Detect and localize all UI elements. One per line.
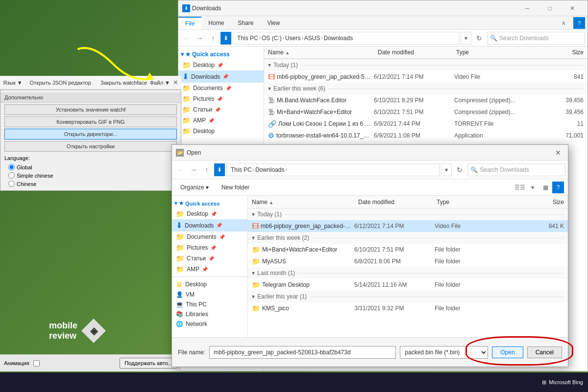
support-btn[interactable]: Поддержать авто... — [120, 358, 177, 369]
btn-install-watchf[interactable]: Установить значения watchf — [4, 104, 177, 115]
tab-view[interactable]: View — [260, 17, 287, 29]
lang-chinese-row[interactable]: Chinese — [0, 180, 181, 188]
help-btn[interactable]: ? — [573, 17, 585, 29]
group-earlier-week[interactable]: ▾ Earlier this week (6) — [264, 83, 588, 94]
dialog-group-earlier-week[interactable]: ▾ Earlier this week (2) — [248, 232, 568, 244]
dialog-sidebar-vm[interactable]: 👤 VM — [172, 290, 247, 300]
forward-btn[interactable]: → — [194, 32, 206, 44]
dialog-path-dropdown[interactable]: ▾ — [441, 163, 452, 176]
view-details-btn[interactable]: ▦ — [539, 182, 551, 193]
path-downloads[interactable]: Downloads — [324, 35, 353, 42]
col-type[interactable]: Type — [456, 49, 544, 56]
dialog-sidebar-stati[interactable]: 📁 Статьи 📌 — [172, 253, 247, 264]
path-dropdown-btn[interactable]: ▾ — [461, 32, 471, 45]
dialog-col-type[interactable]: Type — [437, 199, 525, 206]
dialog-cancel-btn[interactable]: Cancel — [527, 346, 562, 358]
close-watchface-btn[interactable]: Закрыть watchface — [100, 80, 147, 86]
dialog-sidebar-desktop[interactable]: 📁 Desktop 📌 — [172, 208, 247, 219]
lang-chinese-radio[interactable] — [8, 181, 15, 187]
group-today[interactable]: ▾ Today (1) — [264, 59, 588, 71]
tab-file[interactable]: File — [178, 17, 201, 29]
sidebar-item-amp[interactable]: 📁 AMP 📌 — [178, 115, 264, 126]
view-dropdown-btn[interactable]: ▾ — [527, 182, 539, 193]
table-row[interactable]: 📁 Mi+Band+WatchFace+Editor 6/10/2021 7:5… — [248, 244, 568, 255]
table-row[interactable]: 🎞 mb6-pipboy_green_jap_packed-520813-bba… — [264, 71, 588, 83]
dialog-sidebar-amp[interactable]: 📁 AMP 📌 — [172, 264, 247, 275]
dialog-col-size[interactable]: Size — [525, 199, 564, 206]
col-date[interactable]: Date modified — [378, 49, 456, 56]
sidebar-item-documents[interactable]: 📁 Documents 📌 — [178, 83, 264, 93]
dialog-up-btn[interactable]: ↑ — [201, 164, 213, 176]
anim-checkbox[interactable] — [33, 360, 40, 367]
lang-menu[interactable]: Язык ▼ — [3, 80, 23, 86]
dialog-refresh-btn[interactable]: ↻ — [453, 163, 466, 176]
file-menu[interactable]: Файл ▼ — [150, 80, 170, 86]
dialog-sidebar-documents[interactable]: 📁 Documents 📌 — [172, 231, 247, 242]
refresh-btn[interactable]: ↻ — [473, 32, 486, 45]
new-folder-btn[interactable]: New folder — [217, 182, 254, 193]
table-row[interactable]: ⚙ torbrowser-install-win64-10.0.17_en-US… — [264, 130, 588, 141]
path-osc[interactable]: OS (C:) — [262, 35, 282, 42]
dialog-sidebar-thispc[interactable]: 💻 This PC — [172, 300, 247, 309]
path-asus[interactable]: ASUS — [304, 35, 320, 42]
address-path[interactable]: This PC › OS (C:) › Users › ASUS › Downl… — [233, 32, 459, 45]
dialog-open-btn[interactable]: Open — [492, 346, 523, 358]
sidebar-item-desktop2[interactable]: 📁 Desktop — [178, 126, 264, 137]
maximize-btn[interactable]: □ — [539, 0, 561, 16]
lang-global-row[interactable]: Global — [0, 163, 181, 171]
sidebar-item-desktop[interactable]: 📁 Desktop 📌 — [178, 60, 264, 70]
sidebar-item-stati[interactable]: 📁 Статьи 📌 — [178, 104, 264, 115]
dialog-col-name[interactable]: Name ▲ — [252, 199, 358, 206]
dialog-group-last-month[interactable]: ▾ Last month (1) — [248, 267, 568, 279]
organize-btn[interactable]: Organize ▾ — [176, 182, 213, 193]
view-list-btn[interactable]: ☰☰ — [514, 182, 526, 193]
dialog-group-earlier-year[interactable]: ▾ Earlier this year (1) — [248, 291, 568, 302]
table-row[interactable]: 🎞 mb6-pipboy_green_jap_packed-520813-bba… — [248, 220, 568, 232]
dialog-col-date[interactable]: Date modified — [358, 199, 437, 206]
filetype-select[interactable]: packed bin file (*.bin) — [400, 346, 488, 359]
sidebar-item-downloads[interactable]: ⬇ Downloads 📌 — [178, 70, 264, 83]
table-row[interactable]: 📁 Telegram Desktop 5/14/2021 11:16 AM Fi… — [248, 279, 568, 291]
lang-simple-chinese-row[interactable]: Simple chinese — [0, 171, 181, 180]
dialog-address-path[interactable]: This PC › Downloads › — [226, 163, 440, 176]
dialog-dl-icon[interactable]: ⬇ — [214, 163, 225, 176]
col-size[interactable]: Size — [544, 49, 584, 56]
minimize-btn[interactable]: ─ — [516, 0, 539, 16]
close-btn[interactable]: ✕ — [561, 0, 584, 16]
table-row[interactable]: 📁 MyASUS 6/8/2021 8:06 PM File folder — [248, 255, 568, 267]
ribbon-expand-btn[interactable]: ∧ — [556, 18, 571, 28]
dialog-group-today[interactable]: ▾ Today (1) — [248, 208, 568, 220]
path-thispc[interactable]: This PC — [237, 35, 258, 42]
dialog-back-btn[interactable]: ← — [174, 164, 186, 176]
table-row[interactable]: 🗜 Mi.Band.WatchFace.Editor 6/10/2021 8:2… — [264, 94, 588, 106]
dialog-quick-access[interactable]: ▾ ★ Quick access — [172, 198, 247, 208]
btn-open-dir[interactable]: Открыть директори... — [4, 129, 177, 139]
dialog-path-downloads[interactable]: Downloads — [255, 166, 284, 173]
up-btn[interactable]: ↑ — [207, 32, 219, 44]
btn-open-settings[interactable]: Открыть настройки — [4, 141, 177, 152]
dialog-close-btn[interactable]: ✕ — [552, 147, 564, 159]
dialog-sidebar-downloads[interactable]: ⬇ Downloads 📌 — [172, 219, 247, 231]
dialog-help-btn[interactable]: ? — [552, 182, 564, 193]
dialog-path-thispc[interactable]: This PC — [231, 166, 252, 173]
search-placeholder[interactable]: Search Downloads — [499, 35, 582, 42]
dialog-search-placeholder[interactable]: Search Downloads — [480, 166, 563, 173]
dialog-sidebar-network[interactable]: 🌐 Network — [172, 319, 247, 329]
panel-close-btn[interactable]: ✕ — [173, 79, 178, 86]
table-row[interactable]: 🗜 Mi+Band+WatchFace+Editor 6/10/2021 7:5… — [264, 106, 588, 118]
open-json-btn[interactable]: Открыть JSON редактор — [30, 80, 91, 86]
back-btn[interactable]: ← — [181, 32, 193, 44]
path-users[interactable]: Users — [285, 35, 300, 42]
filename-input[interactable] — [209, 346, 396, 359]
lang-simple-chinese-radio[interactable] — [8, 172, 15, 179]
dialog-forward-btn[interactable]: → — [188, 164, 199, 176]
dialog-sidebar-pictures[interactable]: 📁 Pictures 📌 — [172, 242, 247, 253]
lang-global-radio[interactable] — [8, 164, 15, 170]
col-name[interactable]: Name ▲ — [268, 49, 378, 56]
sidebar-item-pictures[interactable]: 📁 Pictures 📌 — [178, 93, 264, 104]
dialog-sidebar-libraries[interactable]: 📚 Libraries — [172, 309, 247, 319]
quick-access-header[interactable]: ▾ ★ Quick access — [178, 49, 264, 60]
download-nav-icon[interactable]: ⬇ — [220, 32, 231, 45]
table-row[interactable]: 📁 KMS_pico 3/31/2021 9:32 PM File folder — [248, 302, 568, 314]
tab-home[interactable]: Home — [201, 17, 231, 29]
